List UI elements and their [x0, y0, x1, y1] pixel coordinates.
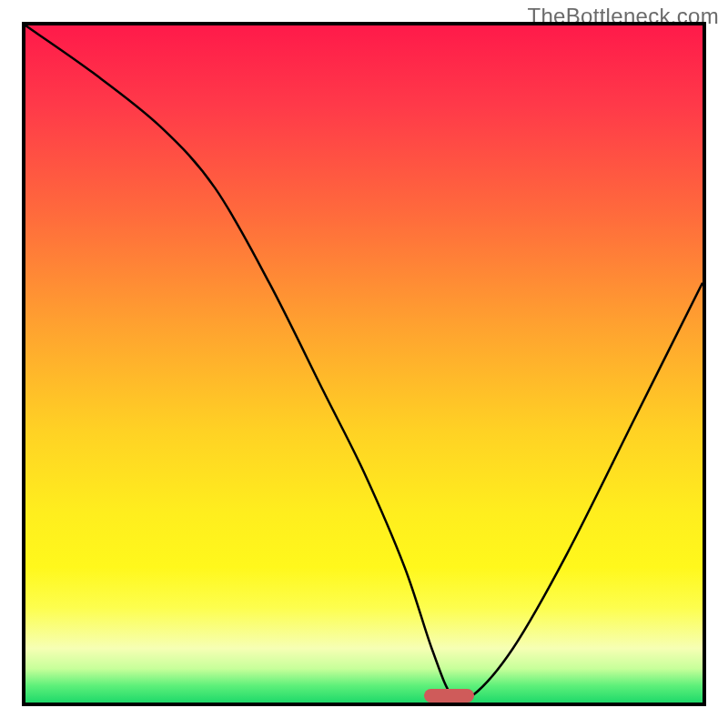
chart-canvas: TheBottleneck.com: [0, 0, 728, 728]
chart-frame: [22, 22, 706, 706]
optimal-marker: [424, 689, 474, 703]
curve-svg: [25, 25, 703, 703]
bottleneck-curve: [25, 25, 703, 702]
